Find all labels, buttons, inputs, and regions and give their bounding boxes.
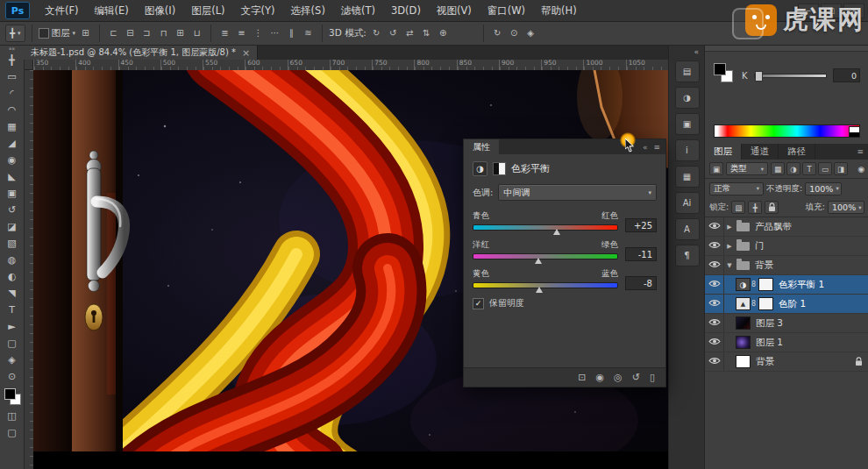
layer-row[interactable]: ▶ 门 bbox=[705, 237, 868, 256]
menu-item-5[interactable]: 选择(S) bbox=[283, 0, 333, 21]
menu-item-7[interactable]: 3D(D) bbox=[383, 0, 429, 21]
lock-transparent-icon[interactable]: ▨ bbox=[731, 201, 745, 214]
chevron-down-icon[interactable]: ▾ bbox=[73, 30, 76, 37]
menu-item-9[interactable]: 窗口(W) bbox=[480, 0, 533, 21]
levels-adjustment-icon[interactable]: ▲ bbox=[736, 297, 751, 310]
tool-quick-selection[interactable]: ◠ bbox=[2, 102, 23, 118]
icon-workspace-switcher[interactable]: ◈ bbox=[523, 25, 538, 40]
icon-align-v-centers[interactable]: ⊞ bbox=[173, 25, 188, 40]
cyan-red-slider[interactable] bbox=[473, 224, 618, 231]
layer-row-selected[interactable]: ▲ 8 色阶 1 bbox=[705, 295, 868, 314]
menu-item-1[interactable]: 编辑(E) bbox=[87, 0, 137, 21]
layer-row-selected[interactable]: ◑ 8 色彩平衡 1 bbox=[705, 275, 868, 295]
filter-kind-icon[interactable]: ▣ bbox=[709, 162, 723, 175]
tool-history-brush[interactable]: ↺ bbox=[2, 202, 23, 218]
filter-type-dropdown[interactable]: 类型 ▾ bbox=[726, 162, 768, 175]
layer-row[interactable]: 图层 1 bbox=[705, 333, 868, 352]
icon-distribute-bottom[interactable]: ⋮ bbox=[251, 25, 266, 40]
icon-filter-type-layers[interactable]: T bbox=[802, 162, 816, 175]
expand-arrow-icon[interactable]: ▶ bbox=[724, 224, 735, 231]
visibility-toggle[interactable] bbox=[705, 295, 724, 313]
document-tab[interactable]: 未标题-1.psd @ 84.4% (色彩平衡 1, 图层蒙版/8) * × bbox=[24, 46, 258, 60]
k-channel-value[interactable]: 0 bbox=[833, 68, 860, 82]
icon-distribute-v-centers[interactable]: ≡ bbox=[234, 25, 249, 40]
icon-align-right-edges[interactable]: ⊐ bbox=[139, 25, 154, 40]
visibility-toggle[interactable] bbox=[705, 352, 724, 371]
layer-row[interactable]: ▶ 产品飘带 bbox=[705, 217, 868, 237]
panel-menu-icon[interactable]: ≡ bbox=[857, 144, 868, 160]
tool-pen[interactable]: ◥ bbox=[2, 285, 23, 302]
icon-3d-slide[interactable]: ⇅ bbox=[419, 25, 434, 40]
color-balance-adjustment-icon[interactable]: ◑ bbox=[736, 278, 751, 291]
foreground-color-swatch[interactable] bbox=[4, 388, 16, 400]
filter-toggle-icon[interactable]: ◉ bbox=[857, 165, 864, 174]
tool-gradient[interactable]: ▧ bbox=[2, 235, 23, 252]
slider-handle[interactable] bbox=[553, 229, 560, 235]
icon-align-h-centers[interactable]: ⊟ bbox=[123, 25, 138, 40]
panel-icon-history-panel[interactable]: ▤ bbox=[675, 60, 700, 82]
panel-icon-illustrator[interactable]: Ai bbox=[675, 192, 700, 214]
icon-filter-shape-layers[interactable]: ▭ bbox=[818, 162, 832, 175]
mask-thumbnail[interactable] bbox=[758, 278, 773, 291]
icon-reset[interactable]: ↺ bbox=[632, 372, 640, 383]
tool-eraser[interactable]: ◪ bbox=[2, 218, 23, 235]
opacity-dropdown[interactable]: 100% ▾ bbox=[805, 182, 842, 195]
layer-thumbnail[interactable] bbox=[736, 316, 751, 330]
magenta-green-value[interactable]: -11 bbox=[625, 247, 657, 261]
cyan-red-value[interactable]: +25 bbox=[625, 218, 657, 232]
layer-thumbnail[interactable] bbox=[736, 336, 751, 349]
tone-dropdown[interactable]: 中间调 ▾ bbox=[498, 184, 657, 201]
icon-filter-pixel-layers[interactable]: ▦ bbox=[771, 162, 785, 175]
icon-3d-drag[interactable]: ⇄ bbox=[402, 25, 417, 40]
lock-position-icon[interactable]: ╋ bbox=[748, 201, 762, 214]
tool-blur[interactable]: ◍ bbox=[2, 252, 23, 268]
yellow-blue-slider[interactable] bbox=[473, 282, 618, 288]
icon-delete-adjustment[interactable]: ▯ bbox=[650, 372, 655, 383]
panel-grip[interactable]: ▪▪ bbox=[9, 46, 15, 52]
icon-zoom-option[interactable]: ⊙ bbox=[507, 25, 522, 40]
tool-hand[interactable]: ◈ bbox=[2, 352, 23, 368]
menu-item-3[interactable]: 图层(L) bbox=[183, 0, 232, 21]
mask-thumbnail[interactable] bbox=[758, 297, 773, 310]
slider-handle[interactable] bbox=[536, 287, 543, 293]
expand-arrow-icon[interactable]: ▶ bbox=[724, 243, 735, 250]
window-button-close[interactable]: × bbox=[843, 4, 864, 18]
close-tab-icon[interactable]: × bbox=[242, 48, 250, 58]
tool-clone-stamp[interactable]: ▣ bbox=[2, 185, 23, 202]
slider-handle[interactable] bbox=[535, 258, 542, 264]
collapse-arrow-icon[interactable]: ▼ bbox=[724, 262, 735, 269]
blend-mode-dropdown[interactable]: 正常 ▾ bbox=[709, 182, 764, 195]
tool-type[interactable]: T bbox=[2, 302, 23, 318]
layer-row[interactable]: ▼ 背景 bbox=[705, 256, 868, 275]
panel-icon-info-panel[interactable]: i bbox=[675, 139, 700, 161]
auto-select-checkbox[interactable] bbox=[39, 28, 49, 39]
mode-screen-mode[interactable]: ▢ bbox=[2, 424, 23, 441]
visibility-toggle[interactable] bbox=[705, 275, 724, 294]
layer-row[interactable]: 图层 3 bbox=[705, 314, 868, 333]
icon-distribute-h-centers[interactable]: ∥ bbox=[284, 25, 299, 40]
tab-layers[interactable]: 图层 bbox=[705, 144, 742, 160]
icon-3d-roll[interactable]: ↺ bbox=[386, 25, 401, 40]
panel-icon-paragraph-panel[interactable]: ¶ bbox=[675, 245, 700, 266]
menu-item-8[interactable]: 视图(V) bbox=[429, 0, 480, 21]
slider-handle[interactable] bbox=[755, 71, 763, 82]
tool-lasso[interactable]: ◜ bbox=[2, 85, 23, 102]
collapse-panel-icon[interactable]: « bbox=[643, 143, 648, 152]
menu-item-6[interactable]: 滤镜(T) bbox=[333, 0, 383, 21]
window-button-minimize[interactable]: ─ bbox=[798, 4, 819, 18]
panel-icon-adjustments-panel[interactable]: ◑ bbox=[675, 87, 700, 109]
icon-clip-to-layer[interactable]: ⊡ bbox=[578, 372, 586, 383]
preserve-luminosity-checkbox[interactable]: ✓ bbox=[473, 298, 484, 309]
visibility-toggle[interactable] bbox=[705, 333, 724, 352]
color-swatches[interactable] bbox=[2, 387, 23, 408]
icon-view-previous-state[interactable]: ◎ bbox=[614, 372, 623, 383]
visibility-toggle[interactable] bbox=[705, 237, 724, 255]
menu-item-10[interactable]: 帮助(H) bbox=[533, 0, 585, 21]
tool-dodge[interactable]: ◐ bbox=[2, 268, 23, 285]
color-panel-swatches[interactable] bbox=[714, 63, 735, 84]
menu-item-4[interactable]: 文字(Y) bbox=[233, 0, 283, 21]
bw-ramp-end[interactable] bbox=[849, 126, 860, 138]
icon-3d-scale[interactable]: ⊕ bbox=[436, 25, 451, 40]
icon-toggle-visibility[interactable]: ◉ bbox=[596, 372, 605, 383]
visibility-toggle[interactable] bbox=[705, 314, 724, 332]
